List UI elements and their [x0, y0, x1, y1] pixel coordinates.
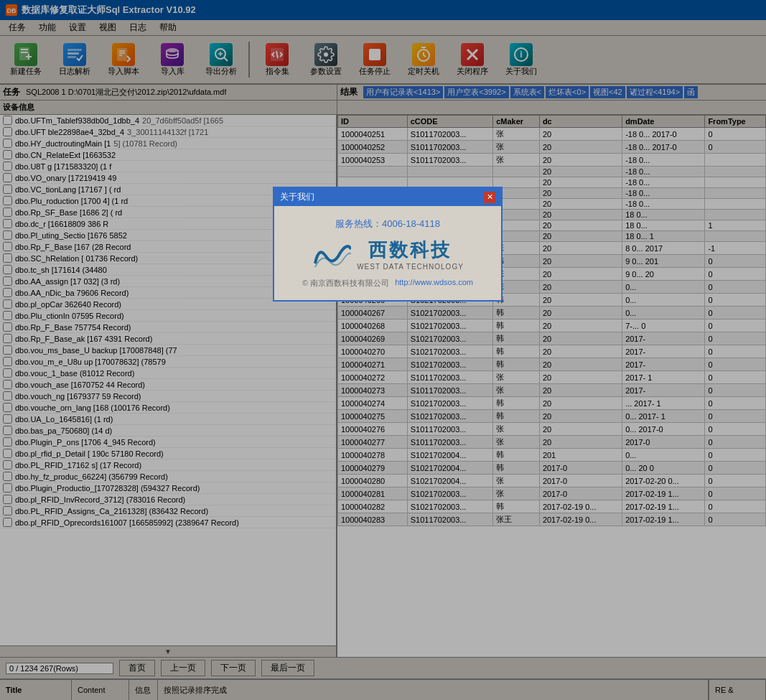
- dialog-content: 服务热线：4006-18-4118 西数科技 WEST DATA TECHNOL…: [274, 206, 501, 300]
- dialog-logo: 西数科技 WEST DATA TECHNOLOGY: [286, 238, 490, 271]
- dialog-company-en: WEST DATA TECHNOLOGY: [357, 263, 464, 271]
- dialog-footer: © 南京西数科技有限公司 http://www.wdsos.com: [286, 278, 490, 289]
- dialog-company-cn: 西数科技: [357, 238, 464, 263]
- dialog-phone: 服务热线：4006-18-4118: [286, 218, 490, 230]
- logo-wave-icon: [312, 238, 351, 271]
- dialog-website: http://www.wdsos.com: [395, 278, 473, 289]
- dialog-title: 关于我们: [280, 191, 314, 203]
- dialog-close-button[interactable]: ✕: [484, 192, 495, 203]
- about-dialog: 关于我们 ✕ 服务热线：4006-18-4118 西数科技 WEST DATA …: [273, 187, 503, 302]
- dialog-overlay: 关于我们 ✕ 服务热线：4006-18-4118 西数科技 WEST DATA …: [0, 0, 766, 700]
- dialog-company: 西数科技 WEST DATA TECHNOLOGY: [357, 238, 464, 271]
- dialog-copyright: © 南京西数科技有限公司: [302, 278, 389, 289]
- dialog-titlebar: 关于我们 ✕: [274, 188, 501, 206]
